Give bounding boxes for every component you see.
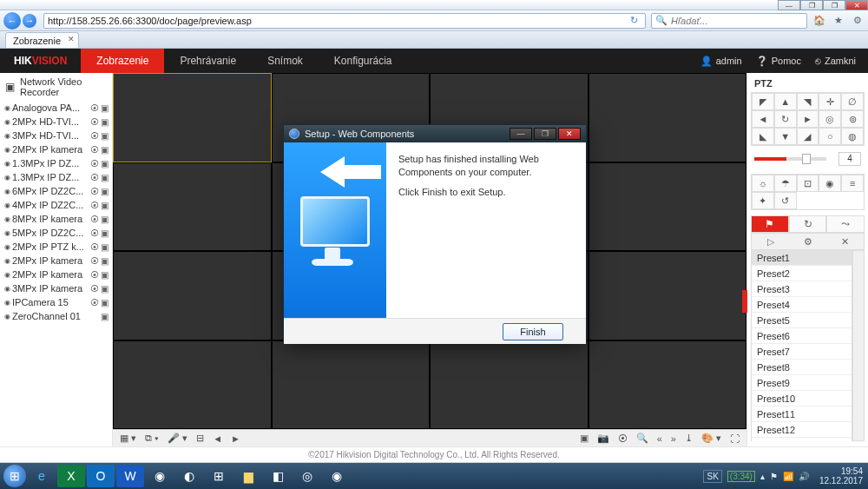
ptz-zoom-out[interactable]: ∅: [841, 93, 864, 110]
fullscreen-button[interactable]: ⛶: [730, 433, 740, 444]
taskbar-outlook-icon[interactable]: O: [87, 465, 115, 487]
stream-button[interactable]: ⧉ ▾: [145, 433, 159, 444]
camera-row[interactable]: ◉2MPx IP kamera⦿▣: [0, 142, 112, 156]
camera-row[interactable]: ◉2MPx IP PTZ k...⦿▣: [0, 240, 112, 254]
preset-scrollbar[interactable]: [852, 250, 865, 441]
ptz-zoom-in[interactable]: ✛: [819, 93, 841, 110]
camera-row[interactable]: ◉8MPx IP kamera⦿▣: [0, 212, 112, 226]
taskbar-app5-icon[interactable]: ◉: [323, 465, 351, 487]
ptz-center-button[interactable]: ⊡: [797, 175, 819, 192]
preset-row[interactable]: Preset13: [752, 438, 852, 441]
camera-record-icon[interactable]: ▣: [101, 270, 108, 280]
panel-collapse-handle[interactable]: [742, 290, 747, 313]
video-cell[interactable]: [589, 340, 747, 430]
browser-tab[interactable]: Zobrazenie ✕: [5, 32, 79, 48]
taskbar-chrome-icon[interactable]: ◉: [146, 465, 174, 487]
nav-prehrávanie[interactable]: Prehrávanie: [164, 49, 252, 73]
dialog-titlebar[interactable]: Setup - Web Components — ❐ ✕: [284, 125, 586, 142]
refresh-icon[interactable]: ↻: [627, 15, 641, 26]
video-cell[interactable]: [113, 251, 272, 340]
taskbar-app2-icon[interactable]: ⊞: [205, 465, 233, 487]
preset-row[interactable]: Preset6: [752, 328, 852, 344]
camera-play-icon[interactable]: ⦿: [90, 270, 99, 280]
tray-volume-icon[interactable]: 🔊: [799, 472, 809, 481]
help-link[interactable]: ❔Pomoc: [756, 56, 801, 67]
ptz-up[interactable]: ▲: [774, 93, 797, 110]
taskbar-app3-icon[interactable]: ◧: [264, 465, 292, 487]
video-cell[interactable]: [113, 162, 272, 252]
ptz-track-button[interactable]: ◉: [819, 175, 841, 192]
preset-row[interactable]: Preset1: [752, 250, 852, 266]
ptz-lock-button[interactable]: ⊟: [196, 433, 204, 444]
camera-record-icon[interactable]: ▣: [101, 242, 108, 252]
preset-row[interactable]: Preset8: [752, 360, 852, 375]
preset-row[interactable]: Preset2: [752, 266, 852, 281]
video-cell[interactable]: [589, 251, 747, 340]
tray-show-hidden-icon[interactable]: ▴: [760, 472, 765, 481]
taskbar-app1-icon[interactable]: ◐: [175, 465, 203, 487]
audio-button[interactable]: 🎤 ▾: [168, 433, 187, 444]
camera-row[interactable]: ◉3MPx IP kamera⦿▣: [0, 281, 112, 295]
taskbar-explorer-icon[interactable]: ▆: [234, 465, 262, 487]
dialog-max-button[interactable]: ❐: [534, 128, 556, 140]
next-frame-button[interactable]: »: [671, 433, 676, 444]
camera-record-icon[interactable]: ▣: [101, 145, 108, 155]
camera-play-icon[interactable]: ⦿: [90, 201, 99, 210]
ptz-left[interactable]: ◄: [752, 110, 774, 128]
os-minimize-button[interactable]: —: [778, 0, 800, 10]
ptz-iris-open[interactable]: ○: [819, 128, 841, 145]
ptz-speed-slider[interactable]: 4: [754, 151, 861, 167]
camera-record-icon[interactable]: ▣: [101, 131, 108, 141]
taskbar-excel-icon[interactable]: X: [57, 465, 85, 487]
camera-record-icon[interactable]: ▣: [101, 284, 108, 294]
ptz-up-right[interactable]: ◥: [797, 93, 819, 110]
snapshot-button[interactable]: 📷: [597, 433, 609, 444]
nav-zobrazenie[interactable]: Zobrazenie: [81, 49, 164, 73]
preset-row[interactable]: Preset5: [752, 313, 852, 328]
camera-record-icon[interactable]: ▣: [101, 117, 108, 127]
video-cell[interactable]: [113, 340, 272, 430]
taskbar-word-icon[interactable]: W: [116, 465, 144, 487]
nav-konfigurácia[interactable]: Konfigurácia: [319, 49, 408, 73]
tray-network-icon[interactable]: 📶: [783, 472, 793, 481]
taskbar-app4-icon[interactable]: ◎: [293, 465, 321, 487]
ptz-focus-near[interactable]: ◎: [819, 110, 841, 128]
camera-row[interactable]: ◉5MPx IP DZ2C...⦿▣: [0, 226, 112, 240]
ptz-light-button[interactable]: ☼: [752, 175, 774, 192]
favorites-icon[interactable]: ★: [832, 15, 845, 26]
preset-del-button[interactable]: ✕: [826, 234, 864, 249]
preset-set-button[interactable]: ⚙: [789, 234, 826, 249]
tab-close-icon[interactable]: ✕: [68, 35, 75, 43]
camera-play-icon[interactable]: ⦿: [90, 228, 99, 238]
camera-row[interactable]: ◉4MPx IP DZ2C...⦿▣: [0, 198, 112, 212]
camera-record-icon[interactable]: ▣: [101, 173, 108, 182]
nvr-title-row[interactable]: ▣ Network Video Recorder: [0, 73, 112, 101]
camera-row[interactable]: ◉6MPx IP DZ2C...⦿▣: [0, 184, 112, 198]
taskbar-ie-icon[interactable]: e: [28, 465, 56, 487]
camera-row[interactable]: ◉3MPx HD-TVI...⦿▣: [0, 129, 112, 142]
camera-row[interactable]: ◉IPCamera 15⦿▣: [0, 295, 112, 309]
preset-row[interactable]: Preset4: [752, 297, 852, 313]
ptz-patrol-button[interactable]: ↺: [774, 192, 797, 209]
camera-row[interactable]: ◉Analogova PA...⦿▣: [0, 101, 112, 115]
language-indicator[interactable]: SK: [703, 470, 721, 483]
preset-row[interactable]: Preset12: [752, 422, 852, 438]
dialog-min-button[interactable]: —: [510, 128, 532, 140]
camera-play-icon[interactable]: ⦿: [90, 298, 99, 307]
browser-forward-button[interactable]: →: [23, 14, 36, 28]
os-maximize-button[interactable]: ❐: [823, 0, 845, 10]
ptz-down-left[interactable]: ◣: [752, 128, 774, 145]
camera-record-icon[interactable]: ▣: [101, 228, 108, 238]
nav-snímok[interactable]: Snímok: [252, 49, 319, 73]
ptz-down-right[interactable]: ◢: [797, 128, 819, 145]
video-cell[interactable]: [430, 340, 589, 430]
camera-row[interactable]: ◉2MPx IP kamera⦿▣: [0, 254, 112, 268]
camera-play-icon[interactable]: ⦿: [90, 103, 99, 113]
stop-all-button[interactable]: ▣: [580, 433, 589, 444]
video-cell[interactable]: [113, 73, 272, 162]
record-button[interactable]: ⦿: [618, 433, 628, 444]
camera-play-icon[interactable]: ⦿: [90, 256, 99, 266]
camera-play-icon[interactable]: ⦿: [90, 284, 99, 294]
zoom-in-button[interactable]: 🔍: [636, 433, 648, 444]
video-cell[interactable]: [589, 162, 747, 252]
